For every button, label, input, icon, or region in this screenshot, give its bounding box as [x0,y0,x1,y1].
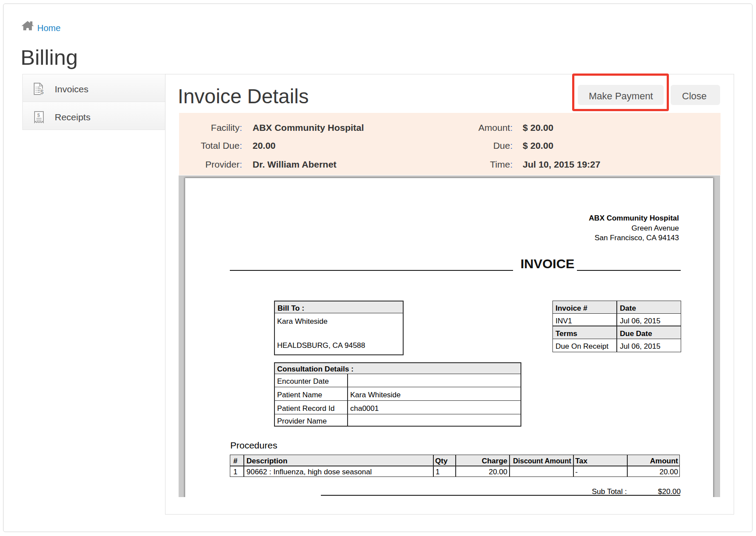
svg-text:$: $ [37,112,40,118]
svg-text:$: $ [40,88,44,95]
